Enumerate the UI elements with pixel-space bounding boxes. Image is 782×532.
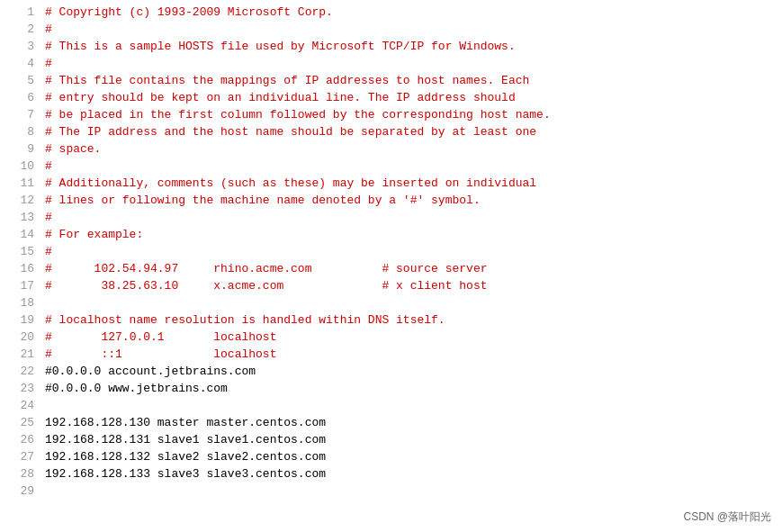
- code-line: 16# 102.54.94.97 rhino.acme.com # source…: [0, 260, 782, 277]
- line-content: # ::1 localhost: [45, 346, 276, 363]
- code-line: 6# entry should be kept on an individual…: [0, 89, 782, 106]
- line-number: 20: [7, 329, 34, 346]
- line-number: 4: [7, 55, 34, 72]
- line-number: 14: [7, 226, 34, 243]
- line-number: 16: [7, 260, 34, 277]
- line-content: # lines or following the machine name de…: [45, 192, 481, 209]
- code-line: 24: [0, 397, 782, 414]
- line-number: 23: [7, 380, 34, 397]
- code-line: 15#: [0, 243, 782, 260]
- code-line: 1# Copyright (c) 1993-2009 Microsoft Cor…: [0, 4, 782, 21]
- line-number: 2: [7, 21, 34, 38]
- line-number: 29: [7, 482, 34, 500]
- line-content: # 102.54.94.97 rhino.acme.com # source s…: [45, 260, 487, 277]
- code-line: 2#: [0, 21, 782, 38]
- line-number: 28: [7, 465, 34, 482]
- line-number: 26: [7, 431, 34, 448]
- line-content: # This is a sample HOSTS file used by Mi…: [45, 38, 516, 55]
- line-number: 27: [7, 448, 34, 465]
- code-line: 12# lines or following the machine name …: [0, 192, 782, 209]
- line-content: # 127.0.0.1 localhost: [45, 329, 276, 346]
- code-line: 3# This is a sample HOSTS file used by M…: [0, 38, 782, 55]
- line-number: 11: [7, 175, 34, 192]
- line-number: 17: [7, 277, 34, 294]
- code-line: 23#0.0.0.0 www.jetbrains.com: [0, 380, 782, 397]
- line-number: 19: [7, 311, 34, 329]
- watermark: CSDN @落叶阳光: [683, 509, 771, 525]
- line-content: #: [45, 243, 52, 260]
- line-number: 12: [7, 192, 34, 209]
- line-content: # Additionally, comments (such as these)…: [45, 175, 536, 192]
- line-number: 8: [7, 123, 34, 140]
- line-content: #: [45, 209, 52, 226]
- line-content: # localhost name resolution is handled w…: [45, 311, 445, 329]
- code-line: 18: [0, 294, 782, 311]
- line-number: 6: [7, 89, 34, 106]
- code-line: 25192.168.128.130 master master.centos.c…: [0, 414, 782, 431]
- line-content: 192.168.128.131 slave1 slave1.centos.com: [45, 431, 326, 448]
- code-line: 13#: [0, 209, 782, 226]
- code-line: 17# 38.25.63.10 x.acme.com # x client ho…: [0, 277, 782, 294]
- code-line: 27192.168.128.132 slave2 slave2.centos.c…: [0, 448, 782, 465]
- line-number: 15: [7, 243, 34, 260]
- line-number: 7: [7, 106, 34, 123]
- code-editor: 1# Copyright (c) 1993-2009 Microsoft Cor…: [0, 0, 782, 532]
- code-line: 9# space.: [0, 140, 782, 158]
- line-content: # entry should be kept on an individual …: [45, 89, 516, 106]
- line-content: # For example:: [45, 226, 143, 243]
- line-content: #0.0.0.0 www.jetbrains.com: [45, 380, 228, 397]
- line-number: 21: [7, 346, 34, 363]
- line-content: #: [45, 21, 52, 38]
- line-content: #0.0.0.0 account.jetbrains.com: [45, 363, 256, 380]
- line-number: 25: [7, 414, 34, 431]
- code-line: 22#0.0.0.0 account.jetbrains.com: [0, 363, 782, 380]
- code-line: 29: [0, 482, 782, 500]
- line-number: 1: [7, 4, 34, 21]
- line-number: 13: [7, 209, 34, 226]
- line-number: 22: [7, 363, 34, 380]
- line-number: 9: [7, 140, 34, 158]
- line-content: 192.168.128.133 slave3 slave3.centos.com: [45, 465, 326, 482]
- line-content: 192.168.128.132 slave2 slave2.centos.com: [45, 448, 326, 465]
- code-line: 14# For example:: [0, 226, 782, 243]
- code-line: 4#: [0, 55, 782, 72]
- code-line: 5# This file contains the mappings of IP…: [0, 72, 782, 89]
- code-line: 7# be placed in the first column followe…: [0, 106, 782, 123]
- code-line: 20# 127.0.0.1 localhost: [0, 329, 782, 346]
- line-content: #: [45, 158, 52, 175]
- code-line: 28192.168.128.133 slave3 slave3.centos.c…: [0, 465, 782, 482]
- line-content: # This file contains the mappings of IP …: [45, 72, 529, 89]
- line-content: # 38.25.63.10 x.acme.com # x client host: [45, 277, 487, 294]
- line-content: # Copyright (c) 1993-2009 Microsoft Corp…: [45, 4, 333, 21]
- line-content: #: [45, 55, 52, 72]
- code-line: 10#: [0, 158, 782, 175]
- line-content: # space.: [45, 140, 101, 158]
- line-number: 10: [7, 158, 34, 175]
- code-line: 21# ::1 localhost: [0, 346, 782, 363]
- code-line: 26192.168.128.131 slave1 slave1.centos.c…: [0, 431, 782, 448]
- code-line: 11# Additionally, comments (such as thes…: [0, 175, 782, 192]
- line-content: 192.168.128.130 master master.centos.com: [45, 414, 326, 431]
- code-line: 8# The IP address and the host name shou…: [0, 123, 782, 140]
- line-number: 5: [7, 72, 34, 89]
- line-content: # The IP address and the host name shoul…: [45, 123, 536, 140]
- line-content: # be placed in the first column followed…: [45, 106, 551, 123]
- line-number: 18: [7, 294, 34, 311]
- code-line: 19# localhost name resolution is handled…: [0, 311, 782, 329]
- line-number: 3: [7, 38, 34, 55]
- line-number: 24: [7, 397, 34, 414]
